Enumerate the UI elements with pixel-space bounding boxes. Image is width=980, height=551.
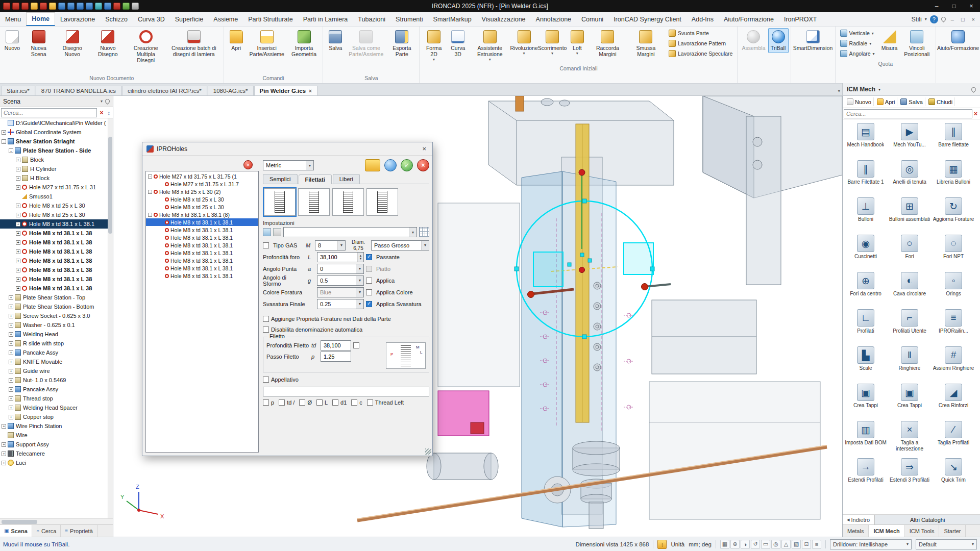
clear-search-icon[interactable]: × — [98, 109, 105, 116]
ribbon-button[interactable]: Creazione batch di disegni di lamiera — [166, 28, 222, 59]
catalog-item[interactable]: ◐ Cava circolare — [888, 270, 932, 308]
catalog-item[interactable]: # Assiemi Ringhiere — [932, 345, 975, 382]
thread-depth-input[interactable] — [321, 340, 351, 350]
status-tool-icon[interactable]: ▭ — [761, 540, 770, 549]
doc-close-icon[interactable]: × — [970, 16, 977, 22]
apply-all-button[interactable] — [384, 159, 397, 171]
tree-expander-icon[interactable]: - — [148, 213, 152, 217]
menu-tab[interactable]: Lavorazione — [55, 12, 100, 26]
ok-button[interactable]: ✓ — [401, 159, 413, 171]
dialog-close-icon[interactable]: × — [420, 145, 428, 153]
menu-tab[interactable]: Menu — [0, 12, 26, 26]
quick-access-icon[interactable] — [122, 3, 130, 10]
menu-tab[interactable]: Home — [26, 12, 55, 26]
tree-item[interactable]: + Copper stop — [0, 412, 108, 421]
appellativo-input[interactable] — [263, 387, 429, 396]
ribbon-button[interactable]: Creazione Multipla Disegni — [126, 28, 166, 65]
tree-expander-icon[interactable]: + — [16, 249, 20, 254]
ribbon-button[interactable]: Vincoli Posizionali — [900, 28, 934, 59]
tree-item[interactable]: + Wire Pinch Station — [0, 421, 108, 431]
hole-list-item[interactable]: Hole M8 x td 38.1 x L 38.1 — [146, 249, 258, 257]
triball-center[interactable] — [579, 267, 585, 273]
tipo-gas-checkbox[interactable] — [263, 242, 269, 248]
hole-list-item[interactable]: - Hole M8 x td 38.1 x L 38.1 (8) — [146, 211, 258, 218]
selection-plane-left[interactable] — [533, 252, 563, 287]
catalog-item[interactable]: ◢ Crea Rinforzi — [932, 382, 975, 419]
catalog-item[interactable]: ▙ Scale — [844, 345, 888, 382]
thread-depth-value[interactable] — [324, 342, 351, 348]
thread-pitch-input[interactable] — [321, 352, 351, 362]
tree-expander-icon[interactable]: + — [9, 360, 13, 364]
hole-list-item[interactable]: Hole M8 x td 25 x L 30 — [146, 195, 258, 203]
tree-expander-icon[interactable]: + — [2, 442, 6, 447]
tree-item[interactable]: + Global Coordinate System — [0, 128, 108, 137]
tree-expander-icon[interactable]: + — [16, 268, 20, 272]
piatto-checkbox[interactable] — [366, 266, 372, 272]
hole-depth-input[interactable]: ▲▼ — [317, 252, 364, 262]
dialog-resize-grip[interactable] — [425, 448, 431, 455]
tree-item[interactable]: - Plate Shear Station - Side — [0, 146, 108, 155]
tree-item[interactable]: + Hole M8 x td 38.1 x L 38 — [0, 256, 108, 265]
tree-expander-icon[interactable]: + — [9, 305, 13, 309]
tree-expander-icon[interactable]: + — [9, 295, 13, 300]
status-tool-icon[interactable]: ≡ — [812, 540, 821, 549]
tree-expander-icon[interactable]: + — [9, 323, 13, 328]
quick-access-icon[interactable] — [21, 3, 29, 10]
tree-item[interactable]: + Thread stop — [0, 394, 108, 403]
dimension-flag[interactable]: p — [263, 399, 274, 406]
scene-search-input[interactable] — [1, 108, 97, 117]
tree-expander-icon[interactable]: + — [9, 369, 13, 373]
quick-access-icon[interactable] — [86, 3, 93, 10]
tree-item[interactable]: + Pancake Assy — [0, 385, 108, 394]
catalog-item[interactable]: ↻ Aggiorna Forature — [932, 196, 975, 233]
quick-access-icon[interactable] — [31, 3, 38, 10]
tree-expander-icon[interactable]: + — [16, 158, 20, 162]
triball-handle-right[interactable] — [642, 284, 648, 290]
tree-expander-icon[interactable]: - — [148, 174, 152, 179]
hole-style-thumbnail-2[interactable] — [298, 188, 330, 216]
status-tool-icon[interactable]: ▧ — [792, 540, 801, 549]
quick-access-icon[interactable] — [95, 3, 102, 10]
ribbon-small-button[interactable]: Verticale ▾ — [838, 29, 877, 38]
tree-expander-icon[interactable]: + — [9, 415, 13, 419]
style-select[interactable]: Default ▾ — [916, 539, 977, 549]
quick-access-icon[interactable] — [104, 3, 111, 10]
hole-list-item[interactable]: Hole M8 x td 38.1 x L 38.1 — [146, 234, 258, 241]
ribbon-button[interactable]: Loft ▾ — [567, 28, 587, 58]
menu-tab[interactable]: Comuni — [576, 12, 608, 26]
draft-angle-select[interactable]: 0.5 ▾ — [317, 276, 364, 286]
applica-checkbox[interactable] — [366, 278, 372, 284]
tree-item[interactable]: + Hole M8 x td 38.1 x L 38 — [0, 274, 108, 284]
tree-expander-icon[interactable]: + — [16, 286, 20, 291]
ribbon-small-button[interactable]: Angolare ▾ — [838, 49, 877, 58]
tree-expander-icon[interactable]: + — [16, 176, 20, 181]
pin-icon[interactable] — [940, 16, 947, 22]
thread-size-select[interactable]: 8 ▾ — [315, 240, 346, 251]
hole-list-item[interactable]: Hole M8 x td 38.1 x L 38.1 — [146, 272, 258, 280]
other-catalogs-button[interactable]: Altri Cataloghi — [874, 515, 980, 524]
tree-item[interactable]: + Hole M8 x td 38.1 x L 38 — [0, 265, 108, 274]
tree-item[interactable]: + Welding Head Spacer — [0, 403, 108, 412]
menu-tab[interactable]: Annotazione — [531, 12, 577, 26]
appellativo-checkbox[interactable] — [263, 377, 269, 383]
panel-tab[interactable]: ○ Cerca — [32, 525, 61, 537]
catalog-item[interactable]: ▦ Libreria Bulloni — [932, 159, 975, 196]
menu-tab[interactable]: Visualizzazione — [477, 12, 531, 26]
hole-style-thumbnail-4[interactable] — [366, 188, 398, 216]
catalog-item[interactable]: ∥ Barre Filettate 1 — [844, 159, 888, 196]
doc-minimize-icon[interactable]: – — [949, 16, 956, 22]
status-tool-icon[interactable]: ◑ — [741, 540, 750, 549]
ribbon-button[interactable]: Nuova Scena — [23, 28, 54, 59]
menu-tab[interactable]: Schizzo — [100, 12, 133, 26]
menu-tab[interactable]: Curva 3D — [133, 12, 170, 26]
hole-type-tab[interactable]: Liberi — [333, 174, 360, 184]
tree-item[interactable]: + Hole M8 x td 25 x L 30 — [0, 210, 108, 219]
tree-item[interactable]: + Hole M8 x td 38.1 x L 38 — [0, 247, 108, 256]
settings-preset-select[interactable]: ▾ — [283, 227, 417, 237]
catalog-item[interactable]: ▶ Mech YouTu... — [888, 121, 932, 159]
machine-frame[interactable] — [438, 203, 520, 387]
add-properties-checkbox[interactable] — [263, 316, 269, 322]
tree-expander-icon[interactable]: - — [9, 148, 13, 153]
tree-item[interactable]: + Luci — [0, 458, 108, 467]
ribbon-small-button[interactable]: Radiale ▾ — [838, 39, 877, 48]
